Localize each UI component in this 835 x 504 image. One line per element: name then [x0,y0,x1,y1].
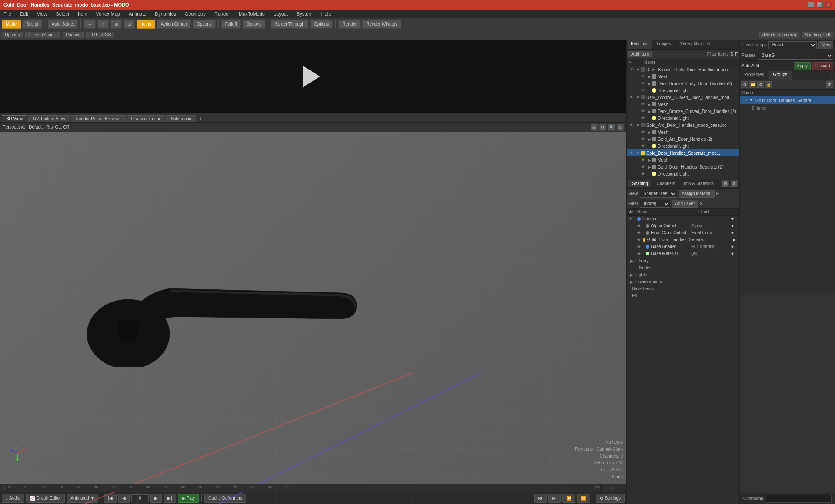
menu-layout[interactable]: Layout [272,11,290,17]
group-item-selected[interactable]: 👁 ▼ Gold_Door_Handles_Separa... [740,96,835,104]
menu-vertex-map[interactable]: Vertex Map [94,11,122,17]
shading-expand-btn[interactable]: ⊞ [722,180,729,187]
discard-btn[interactable]: Discard [812,62,833,70]
viewport-controls[interactable]: ⊞ ↺ 🔍 ⚙ [591,124,624,131]
shader-row[interactable]: 👁 Base Shader Full Shading ▼ [627,243,739,250]
tab-render-preset[interactable]: Render Preset Browser [71,115,126,122]
viewport-ctrl-4[interactable]: ⚙ [617,124,624,131]
render-camera-item[interactable]: (Render Camera) [759,32,799,38]
tab-properties[interactable]: Properties [740,71,769,80]
toggle-icon[interactable]: ▶ [647,130,652,135]
menu-geometry[interactable]: Geometry [183,11,207,17]
toggle-icon[interactable]: ▶ [647,109,652,114]
tree-item[interactable]: 👁 ▼ Gold_Arc_Door_Handles_modo_base.lxo [627,122,739,129]
menu-help[interactable]: Help [320,11,333,17]
tab-3d-view[interactable]: 3D View [2,115,27,122]
viewport-ctrl-3[interactable]: 🔍 [608,124,615,131]
eye-icon[interactable]: 👁 [640,73,646,80]
tree-item[interactable]: 👁 Directional Light [627,170,739,177]
eye-icon[interactable]: 👁 [743,98,749,103]
sculpt-btn[interactable]: Sculpt [22,20,42,29]
add-item-btn[interactable]: Add Item [628,51,652,57]
eye-icon[interactable]: 👁 [640,157,646,163]
tree-item[interactable]: 👁 Directional Light [627,143,739,149]
options2-btn[interactable]: Options [243,20,265,29]
expand-btn[interactable]: ⊞ [826,81,833,88]
passes-select[interactable]: BaseG [758,52,833,60]
toggle-icon[interactable]: ▶ [647,74,652,79]
group-sub-item[interactable]: 8 Items [740,104,835,112]
add-layer-btn[interactable]: Add Layer [672,200,698,208]
tree-item[interactable]: 👁 ▶ Dark_Bronze_Curved_Door_Handles (2) [627,108,739,115]
menu-system[interactable]: System [295,11,314,17]
eye-icon[interactable]: 👁 [628,66,635,73]
eye-icon[interactable]: 👁 [628,94,635,100]
rotate-btn[interactable]: ↺ [97,20,109,29]
menu-maxtomodo[interactable]: MaxToModo [237,11,267,17]
filter-f-btn[interactable]: F [735,52,738,56]
toggle-icon[interactable]: ▼ [749,98,755,103]
options-item[interactable]: Options [2,32,23,38]
library-section[interactable]: ▶ Library [627,257,739,264]
settings-btn[interactable]: ⚙ [757,81,764,88]
eye-icon[interactable]: 👁 [640,101,646,107]
menu-select[interactable]: Select [54,11,71,17]
paused-item[interactable]: Paused [63,32,84,38]
shader-row[interactable]: 👁 Final Color Output Final Color ▼ [627,229,739,236]
toggle-icon[interactable]: ▶ [647,81,652,86]
eye-icon[interactable]: 👁 [640,129,646,135]
eye-btn[interactable]: 👁 [637,231,646,235]
eye-icon[interactable]: 👁 [640,136,646,142]
shader-row[interactable]: 👁 Alpha Output Alpha ▼ [627,222,739,229]
shader-row[interactable]: 👁 Base Material (all) ▼ [627,250,739,257]
new-pass-btn[interactable]: New [818,41,833,49]
tree-item[interactable]: 👁 ▶ Gold_Door_Handles_Separate (2) [627,163,739,170]
environments-section[interactable]: ▶ Environments [627,278,739,285]
tree-item[interactable]: 👁 ▶ Mesh [627,101,739,108]
eye-icon[interactable]: 👁 [640,171,646,177]
shader-row[interactable]: 👁 Gold_Door_Handles_Separa... ▶ [627,236,739,243]
scale-btn[interactable]: ⊞ [110,20,122,29]
tab-uv-texture[interactable]: UV Texture View [28,115,70,122]
tree-item[interactable]: 👁 ▶ Mesh [627,156,739,163]
folder-btn[interactable]: 📁 [749,81,756,88]
apply-btn[interactable]: Apply [794,62,811,70]
eye-icon[interactable]: 👁 [628,150,635,156]
tree-item[interactable]: 👁 ▼ Dark_Bronze_Curved_Door_Handles_mod.… [627,94,739,101]
viewport-ctrl-2[interactable]: ↺ [599,124,606,131]
timeline-ruler[interactable]: 0 6 12 18 24 30 36 42 48 54 60 66 72 78 … [7,484,600,492]
eye-icon[interactable]: 👁 [640,108,646,114]
menu-view[interactable]: View [35,11,49,17]
pass-groups-select[interactable]: BaseG [768,41,817,49]
view-select[interactable]: Shader Tree [640,190,677,198]
eye-btn[interactable]: 👁 [637,238,643,242]
fx-section[interactable]: FX [627,292,739,299]
close-btn[interactable]: × [825,2,832,8]
eye-icon[interactable]: 👁 [640,143,646,149]
move-btn[interactable]: ↔ [84,20,96,29]
options3-btn[interactable]: Options [310,20,333,29]
render-btn[interactable]: Render [338,20,361,29]
lock-btn[interactable]: 🔒 [765,81,772,88]
menu-animate[interactable]: Animate [127,11,148,17]
options1-btn[interactable]: Options [193,20,215,29]
eye-icon[interactable]: 👁 [640,80,646,86]
auto-select-btn[interactable]: Auto Select [48,20,78,29]
tree-item-selected[interactable]: 👁 ▼ Gold_Door_Handles_Separate_mod... [627,149,739,156]
toggle-icon[interactable]: ▶ [647,102,652,107]
shading-item[interactable]: Shading: Full [802,32,833,38]
tab-shading[interactable]: Shading [628,180,651,187]
s-btn[interactable]: S [700,201,703,206]
tab-vertex-map[interactable]: Vertex Map List [676,40,715,49]
tree-item[interactable]: 👁 Directional Light [627,115,739,122]
filter-select[interactable]: (none) [640,200,670,208]
filter-s-btn[interactable]: S [730,52,733,56]
tab-add-btn[interactable]: + [197,115,205,122]
eye-btn[interactable]: 👁 [637,245,646,249]
tab-groups[interactable]: Groups [769,71,792,80]
menu-item[interactable]: Item [76,11,89,17]
f-btn[interactable]: F [716,191,719,196]
menu-dynamics[interactable]: Dynamics [153,11,177,17]
toggle-icon[interactable]: ▼ [635,151,641,156]
assign-material-btn[interactable]: Assign Material [679,190,715,198]
